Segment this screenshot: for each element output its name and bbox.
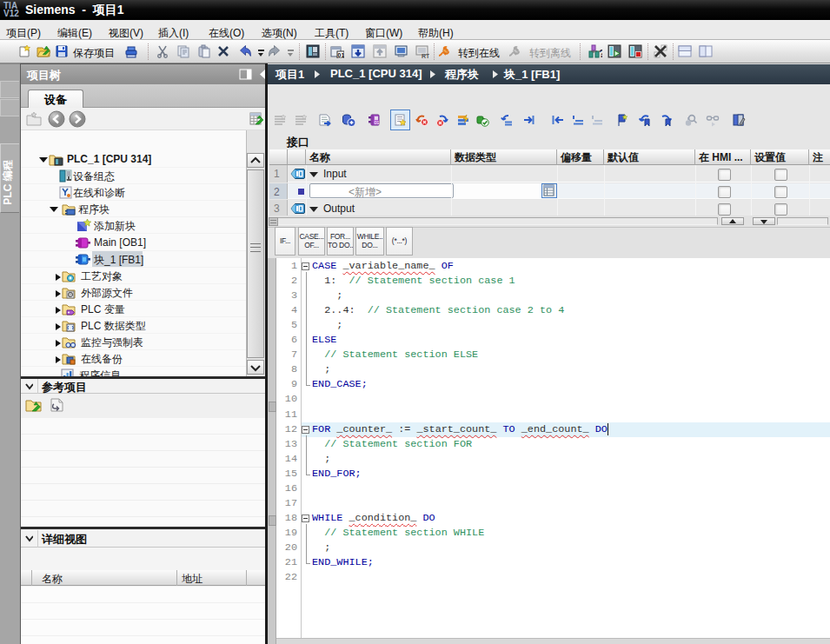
svg-text:01: 01: [375, 120, 380, 125]
svg-text:RT: RT: [422, 53, 429, 59]
svg-text:?: ?: [599, 48, 602, 58]
svg-text:01: 01: [338, 52, 344, 58]
